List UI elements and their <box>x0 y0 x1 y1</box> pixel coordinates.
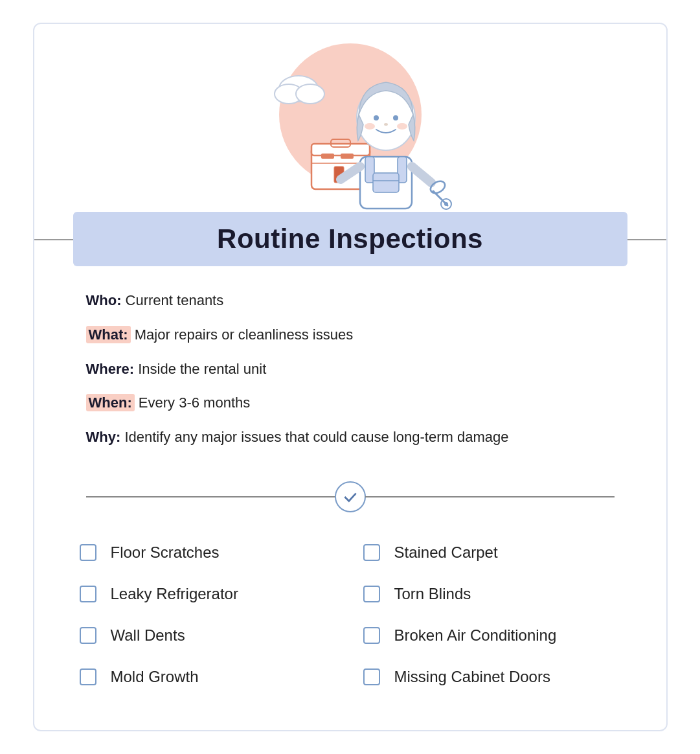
title-banner: Routine Inspections <box>73 212 627 266</box>
info-row-when: When: Every 3-6 months <box>86 393 615 413</box>
svg-point-18 <box>365 123 375 130</box>
check-circle <box>335 481 366 512</box>
checklist-grid: Floor Scratches Stained Carpet Leaky Ref… <box>34 532 666 698</box>
info-row-what: What: Major repairs or cleanliness issue… <box>86 325 615 345</box>
checkbox-icon <box>80 668 96 685</box>
character-illustration <box>240 43 460 212</box>
list-item-label: Floor Scratches <box>111 543 220 562</box>
list-item: Wall Dents <box>80 615 337 656</box>
svg-rect-7 <box>321 154 334 159</box>
checkbox-icon <box>363 544 380 561</box>
list-item: Torn Blinds <box>363 573 621 615</box>
svg-point-16 <box>374 115 379 120</box>
divider-line-right <box>365 496 615 497</box>
checkmark-icon <box>342 488 359 505</box>
list-item-label: Stained Carpet <box>394 543 498 562</box>
info-section: Who: Current tenants What: Major repairs… <box>34 266 666 475</box>
svg-point-20 <box>384 123 388 126</box>
list-item-label: Mold Growth <box>111 668 199 686</box>
list-item: Missing Cabinet Doors <box>363 656 621 698</box>
what-label: What: <box>86 326 131 343</box>
svg-rect-13 <box>373 173 399 192</box>
svg-rect-4 <box>311 144 370 155</box>
checkbox-icon <box>80 586 96 602</box>
svg-line-22 <box>412 166 431 183</box>
list-item-label: Wall Dents <box>111 626 185 645</box>
checkbox-icon <box>363 668 380 685</box>
when-text: Every 3-6 months <box>139 394 250 411</box>
list-item-label: Broken Air Conditioning <box>394 626 557 645</box>
main-card: Routine Inspections Who: Current tenants… <box>33 23 668 731</box>
info-row-who: Who: Current tenants <box>86 291 615 311</box>
why-text: Identify any major issues that could cau… <box>124 429 508 445</box>
list-item: Stained Carpet <box>363 532 621 573</box>
checkbox-icon <box>80 544 96 561</box>
list-item: Floor Scratches <box>80 532 337 573</box>
checkbox-icon <box>363 586 380 602</box>
who-text: Current tenants <box>126 292 224 308</box>
list-item: Broken Air Conditioning <box>363 615 621 656</box>
list-item-label: Missing Cabinet Doors <box>394 668 550 686</box>
illustration-area <box>34 24 666 212</box>
where-label: Where: <box>86 361 135 377</box>
list-item-label: Torn Blinds <box>394 585 471 603</box>
svg-point-26 <box>444 202 448 206</box>
info-row-why: Why: Identify any major issues that coul… <box>86 428 615 448</box>
why-label: Why: <box>86 429 121 445</box>
when-label: When: <box>86 394 135 411</box>
who-label: Who: <box>86 292 122 308</box>
svg-rect-8 <box>341 154 354 159</box>
list-item: Mold Growth <box>80 656 337 698</box>
checkbox-icon <box>363 627 380 644</box>
info-row-where: Where: Inside the rental unit <box>86 360 615 380</box>
page-title: Routine Inspections <box>93 223 608 255</box>
checkbox-icon <box>80 627 96 644</box>
svg-point-2 <box>296 84 324 104</box>
divider-line-left <box>86 496 335 497</box>
list-item-label: Leaky Refrigerator <box>111 585 238 603</box>
list-item: Leaky Refrigerator <box>80 573 337 615</box>
svg-point-17 <box>393 115 398 120</box>
what-text: Major repairs or cleanliness issues <box>135 326 353 343</box>
where-text: Inside the rental unit <box>138 361 266 377</box>
svg-point-19 <box>397 123 407 130</box>
divider-row <box>86 481 615 512</box>
